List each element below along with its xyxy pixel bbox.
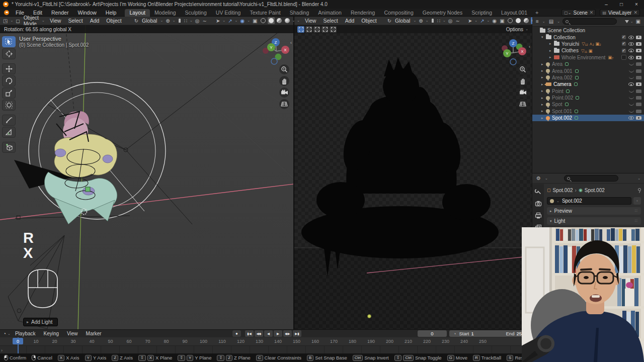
preview-range-clock-icon[interactable]: ◔: [452, 331, 457, 336]
select-mode-subtract-icon[interactable]: [313, 26, 320, 33]
viewport-menu-item[interactable]: Object: [358, 18, 380, 24]
disclosure-caret[interactable]: ▸: [541, 89, 546, 93]
select-mode-invert-icon[interactable]: [321, 26, 329, 33]
render-camera-icon[interactable]: [636, 69, 641, 73]
orientation-selector[interactable]: Global: [140, 18, 158, 24]
workspace-tab[interactable]: UV Editing: [211, 9, 246, 17]
hide-eye-icon[interactable]: [628, 82, 634, 86]
shading-rendered-button[interactable]: [284, 17, 291, 24]
hide-eye-icon[interactable]: [629, 70, 634, 72]
hide-eye-icon[interactable]: [629, 90, 634, 93]
show-gizmo-icon[interactable]: ↗: [227, 18, 233, 24]
outliner-search-input[interactable]: [562, 18, 617, 25]
character-object[interactable]: [44, 111, 117, 224]
disclosure-caret[interactable]: ▸: [541, 96, 546, 100]
orientation-selector[interactable]: Global: [393, 18, 412, 24]
exclude-checkbox[interactable]: [621, 41, 626, 46]
transport-button[interactable]: ▶▮: [293, 330, 301, 337]
properties-editor-icon[interactable]: ⚙: [535, 175, 542, 181]
app-menu-item[interactable]: Render: [47, 10, 73, 16]
shading-solid-button[interactable]: [515, 17, 522, 24]
disclosure-caret[interactable]: ▸: [549, 49, 554, 53]
hide-eye-icon[interactable]: [629, 103, 634, 106]
maximize-button[interactable]: □: [614, 0, 629, 9]
workspace-tab[interactable]: Animation: [313, 9, 346, 17]
properties-search-input[interactable]: [564, 175, 618, 182]
select-mode-extend-icon[interactable]: [305, 26, 312, 33]
workspace-tab[interactable]: Geometry Nodes: [418, 9, 467, 17]
rotate-tool[interactable]: [2, 75, 16, 86]
xray-toggle-icon[interactable]: ▣: [499, 18, 505, 24]
select-mode-new-icon[interactable]: [297, 26, 304, 33]
add-cube-tool[interactable]: [2, 142, 16, 153]
workspace-tab[interactable]: Scripting: [467, 9, 497, 17]
properties-options-icon[interactable]: ⌄: [637, 176, 641, 180]
show-overlays-icon[interactable]: ◉: [239, 18, 246, 24]
viewport-menu-item[interactable]: Select: [319, 18, 341, 24]
object-visibility-icon[interactable]: ➤: [215, 18, 221, 24]
pan-hand-icon[interactable]: [518, 76, 528, 86]
workspace-tab[interactable]: Compositing: [379, 9, 418, 17]
pin-icon[interactable]: [636, 188, 641, 193]
move-tool[interactable]: [2, 63, 16, 74]
breadcrumb-object-name[interactable]: Spot.002: [552, 188, 573, 193]
tab-tool-icon[interactable]: [535, 188, 542, 195]
sidebar-toggle-icon[interactable]: ‹: [529, 44, 530, 49]
zoom-icon[interactable]: [279, 64, 289, 74]
disclosure-caret[interactable]: ▾: [541, 35, 546, 39]
snap-magnet-icon[interactable]: [179, 19, 181, 23]
workspace-tab[interactable]: Layout: [125, 9, 150, 17]
render-camera-icon[interactable]: [636, 56, 641, 59]
orthographic-toggle-icon[interactable]: [518, 99, 528, 109]
viewlayer-selector[interactable]: ▤ ViewLayer ✕: [600, 9, 640, 16]
scale-tool[interactable]: [2, 87, 16, 99]
frame-range-field[interactable]: ◔ Start 1 End 25: [449, 330, 525, 337]
render-camera-icon[interactable]: [636, 82, 641, 86]
hide-eye-icon[interactable]: [628, 116, 634, 120]
render-camera-icon[interactable]: [636, 110, 641, 113]
scene-selector[interactable]: ▢⌄ Scene ✕: [561, 9, 596, 16]
camera-view-icon[interactable]: [518, 87, 528, 98]
sidebar-toggle-icon[interactable]: ‹: [290, 40, 292, 45]
disclosure-caret[interactable]: ▸: [541, 75, 546, 79]
unlink-scene-icon[interactable]: ✕: [590, 10, 594, 15]
timeline-menu-item[interactable]: Playback: [11, 331, 40, 336]
light-name-field[interactable]: ⌄ Spot.002: [547, 197, 631, 205]
render-camera-icon[interactable]: [636, 49, 641, 52]
transport-button[interactable]: ◀◆: [255, 330, 263, 337]
disclosure-caret[interactable]: ▸: [541, 116, 546, 120]
app-menu-item[interactable]: Help: [101, 10, 121, 16]
add-light-panel[interactable]: ▸ Add Light: [23, 318, 58, 326]
hide-eye-icon[interactable]: [628, 49, 634, 52]
outliner-filter-type-icon[interactable]: ▤: [548, 19, 554, 24]
navigation-gizmo[interactable]: Z Y X: [262, 35, 293, 68]
timeline-editor-icon[interactable]: ◔: [2, 331, 7, 336]
viewport-left-canvas[interactable]: Rotation: 66.55 along global X User Pers…: [0, 25, 293, 329]
gizmo-axis-neg-z[interactable]: [510, 59, 516, 65]
workspace-tab[interactable]: Shading: [285, 9, 314, 17]
render-camera-icon[interactable]: [636, 96, 641, 100]
render-camera-icon[interactable]: [636, 89, 641, 93]
section-light[interactable]: ▾ Light ∷: [547, 217, 641, 225]
workspace-tab[interactable]: Sculpting: [181, 9, 211, 17]
outliner-row[interactable]: ▸ Area: [532, 61, 644, 67]
shading-wireframe-button[interactable]: [260, 17, 267, 24]
add-workspace-button[interactable]: +: [532, 10, 542, 16]
transport-button[interactable]: ◀: [264, 330, 273, 337]
close-button[interactable]: ×: [629, 0, 644, 9]
fake-user-shield-icon[interactable]: ◦: [633, 197, 641, 205]
shading-material-button[interactable]: [523, 17, 530, 24]
viewport-menu-item[interactable]: View: [46, 18, 65, 24]
outliner-row[interactable]: ▸ Point.002: [532, 95, 644, 101]
timeline-collapse-arrow[interactable]: ›: [1, 348, 3, 353]
editor-type-icon[interactable]: ◳: [2, 18, 9, 24]
proportional-editing-icon[interactable]: ◎: [194, 18, 201, 24]
outliner-row[interactable]: ▸ Camera: [532, 81, 644, 87]
select-box-tool[interactable]: [2, 36, 16, 47]
zoom-icon[interactable]: [518, 64, 528, 74]
hide-eye-icon[interactable]: [628, 36, 634, 39]
minimize-button[interactable]: –: [599, 0, 614, 9]
transport-button[interactable]: ▶: [274, 330, 282, 337]
render-camera-icon[interactable]: [636, 116, 641, 120]
hide-eye-icon[interactable]: [628, 56, 634, 59]
